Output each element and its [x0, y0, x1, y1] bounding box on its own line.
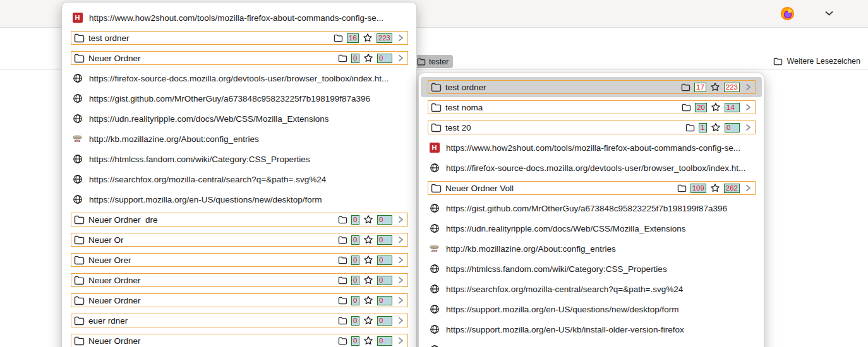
chevron-right-icon — [396, 53, 405, 63]
bookmark-url-row[interactable]: https://superuser.com/questions/1269722/… — [419, 339, 764, 347]
bookmark-url: http://kb.mozillazine.org/About:config_e… — [89, 134, 259, 144]
bookmark-url-row[interactable]: zine http://kb.mozillazine.org/About:con… — [419, 238, 764, 259]
bookmark-folder-row[interactable]: euer rdner 0 0 — [62, 310, 416, 331]
folder-count-icon — [338, 337, 347, 345]
bookmark-folder-row[interactable]: Neuer Ordner Voll 109 262 — [419, 178, 764, 198]
bookmark-url-row[interactable]: H https://www.how2shout.com/tools/mozill… — [419, 138, 764, 158]
chevron-right-icon — [744, 102, 752, 112]
globe-favicon-icon — [72, 194, 83, 205]
bookmark-url-row[interactable]: https://support.mozilla.org/en-US/questi… — [62, 189, 416, 209]
bookmark-url-row[interactable]: https://htmlcss.fandom.com/wiki/Category… — [62, 149, 416, 169]
mozillazine-favicon-icon: zine — [429, 244, 440, 254]
star-count-icon — [363, 315, 373, 326]
star-count-icon — [710, 82, 720, 92]
folder-label: Neuer Ordner — [88, 336, 141, 346]
bookmark-folder-row[interactable]: Neuer Or 0 0 — [62, 230, 416, 250]
bookmark-folder-row[interactable]: test noma 20 14 — [419, 97, 764, 117]
subfolder-count-badge: 0 — [351, 256, 359, 265]
bookmark-url-row[interactable]: https://searchfox.org/mozilla-central/se… — [62, 169, 416, 189]
bookmark-folder-row[interactable]: Neuer Ordner 0 0 — [62, 290, 416, 310]
bookmark-url: https://htmlcss.fandom.com/wiki/Category… — [89, 155, 310, 164]
bookmark-url-row[interactable]: https://firefox-source-docs.mozilla.org/… — [419, 158, 764, 178]
folder-count-icon — [334, 34, 343, 42]
folder-favicon-icon — [74, 275, 85, 286]
subfolder-count-badge: 0 — [351, 54, 359, 63]
bookmark-url-row[interactable]: zine http://kb.mozillazine.org/About:con… — [62, 129, 416, 149]
bookmark-folder-row[interactable]: Neuer Ordner 0 0 — [62, 48, 416, 68]
list-all-tabs-chevron-icon[interactable] — [824, 9, 835, 17]
star-count-icon — [363, 53, 373, 63]
globe-favicon-icon — [429, 324, 440, 335]
folder-label: test ordner — [88, 33, 130, 43]
bookmark-url: https://www.how2shout.com/tools/mozilla-… — [89, 13, 383, 23]
chevron-right-icon — [744, 183, 752, 193]
bookmark-url: http://kb.mozillazine.org/About:config_e… — [446, 244, 616, 254]
chevron-right-icon — [396, 295, 405, 305]
folder-favicon-icon — [74, 336, 85, 346]
bookmark-url-row[interactable]: https://gist.github.com/MrOtherGuy/a6738… — [62, 88, 416, 109]
bookmark-folder-row[interactable]: Neuer Ordner 0 0 — [62, 270, 416, 290]
bookmark-folder-row[interactable]: Neuer Ordner dre 0 0 — [62, 209, 416, 230]
folder-favicon-icon — [74, 215, 85, 225]
subfolder-count-badge: 17 — [694, 83, 706, 92]
subfolder-count-badge: 1 — [699, 123, 707, 132]
folder-label: euer rdner — [88, 316, 128, 326]
folder-row-box: Neuer Ordner Voll 109 262 — [428, 181, 756, 195]
globe-favicon-icon — [429, 264, 440, 274]
bookmark-folder-row[interactable]: Neuer Orer 0 0 — [62, 250, 416, 270]
folder-row-box: Neuer Ordner 0 0 — [71, 293, 408, 307]
more-bookmarks-button[interactable]: Weitere Lesezeichen — [773, 57, 860, 66]
bookmark-url-row[interactable]: https://support.mozilla.org/en-US/questi… — [419, 299, 764, 319]
globe-favicon-icon — [429, 344, 440, 347]
globe-favicon-icon — [429, 304, 440, 315]
globe-favicon-icon — [429, 203, 440, 214]
bookmark-folder-row[interactable]: test 20 1 0 — [419, 117, 764, 138]
bookmark-url-row[interactable]: https://support.mozilla.org/en-US/kb/ins… — [419, 319, 764, 339]
bookmark-url-row[interactable]: https://udn.realityripple.com/docs/Web/C… — [62, 109, 416, 129]
bookmark-url-row[interactable]: https://gist.github.com/MrOtherGuy/a6738… — [419, 198, 764, 218]
folder-count-icon — [677, 184, 687, 192]
bookmark-folder-row[interactable]: Neuer Ordner 0 0 — [62, 331, 416, 347]
folder-label: Neuer Orer — [88, 256, 131, 265]
bookmark-url: https://searchfox.org/mozilla-central/se… — [89, 175, 326, 184]
bookmark-folder-row[interactable]: test ordner 16 223 — [62, 28, 416, 48]
bookmark-url-row[interactable]: H https://www.how2shout.com/tools/mozill… — [62, 8, 416, 28]
globe-favicon-icon — [72, 114, 83, 124]
bookmarks-folder-button-tester[interactable]: tester — [413, 55, 453, 68]
folder-row-box: Neuer Orer 0 0 — [71, 253, 408, 267]
bookmark-url: https://udn.realityripple.com/docs/Web/C… — [89, 114, 329, 124]
chevron-right-icon — [396, 235, 405, 245]
folder-label: test 20 — [445, 123, 471, 132]
subfolder-count-badge: 20 — [695, 103, 707, 112]
bookmark-count-badge: 0 — [377, 316, 392, 326]
bookmark-count-badge: 0 — [377, 276, 392, 285]
chevron-right-icon — [396, 336, 405, 346]
subfolder-count-badge: 109 — [690, 184, 706, 193]
bookmark-count-badge: 223 — [377, 33, 392, 43]
folder-row-box: Neuer Ordner 0 0 — [71, 51, 408, 65]
subfolder-count-badge: 0 — [351, 296, 359, 305]
how2shout-favicon-icon: H — [429, 143, 440, 153]
subfolder-count-badge: 0 — [351, 336, 359, 346]
star-count-icon — [711, 102, 721, 112]
folder-favicon-icon — [74, 315, 85, 326]
bookmark-url-row[interactable]: https://firefox-source-docs.mozilla.org/… — [62, 68, 416, 88]
bookmark-url: https://udn.realityripple.com/docs/Web/C… — [446, 224, 685, 233]
bookmark-url-row[interactable]: https://htmlcss.fandom.com/wiki/Category… — [419, 259, 764, 279]
folder-label: Neuer Or — [88, 235, 124, 245]
folder-icon — [773, 57, 783, 66]
folder-label: Neuer Ordner — [88, 276, 141, 285]
mozillazine-favicon-icon: zine — [72, 134, 83, 144]
bookmark-url: https://support.mozilla.org/en-US/questi… — [446, 305, 678, 314]
folder-favicon-icon — [74, 33, 85, 44]
folder-favicon-icon — [431, 82, 442, 93]
folder-favicon-icon — [431, 102, 442, 113]
bookmarks-dropdown-panel-tester: test ordner 17 223 test noma — [418, 73, 764, 347]
bookmark-url: https://superuser.com/questions/1269722/… — [446, 345, 741, 347]
bookmark-url: https://gist.github.com/MrOtherGuy/a6738… — [89, 94, 370, 103]
bookmark-folder-row[interactable]: test ordner 17 223 — [421, 77, 762, 97]
bookmark-url-row[interactable]: https://searchfox.org/mozilla-central/se… — [419, 279, 764, 299]
bookmark-url-row[interactable]: https://udn.realityripple.com/docs/Web/C… — [419, 218, 764, 238]
star-count-icon — [363, 235, 373, 245]
star-count-icon — [363, 295, 373, 305]
